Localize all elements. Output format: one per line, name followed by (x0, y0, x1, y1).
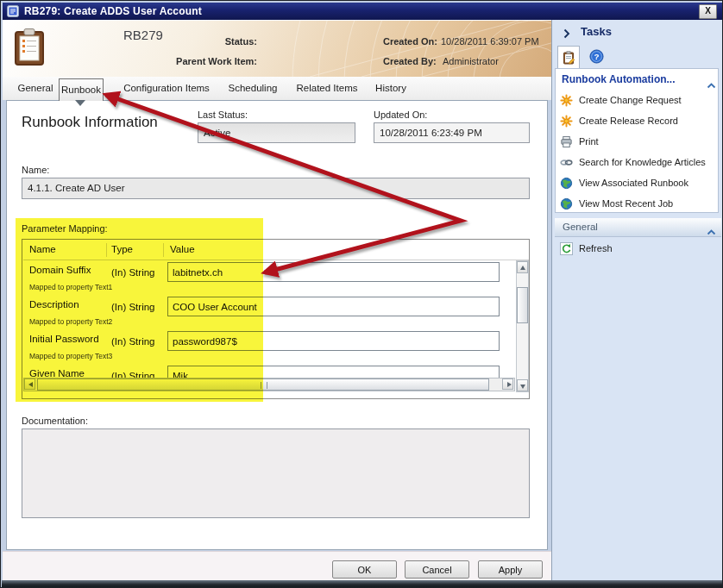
task-label: Search for Knowledge Articles (579, 157, 706, 167)
param-value-input[interactable] (167, 262, 500, 282)
section-runbook-automation[interactable]: Runbook Automation... (562, 73, 676, 85)
table-row: Initial Password Mapped to property Text… (22, 329, 515, 364)
column-separator (106, 243, 107, 257)
title-bar: RB279: Create ADDS User Account X (3, 3, 722, 20)
created-on-label: Created On: (383, 36, 437, 47)
task-label: View Associated Runbook (579, 178, 688, 188)
param-mapped-note: Mapped to property Text1 (29, 283, 112, 291)
documentation-textarea[interactable] (22, 428, 530, 518)
task-label: View Most Recent Job (579, 198, 673, 209)
starburst-icon (560, 115, 573, 128)
horizontal-scrollbar[interactable] (23, 378, 515, 391)
param-value-input[interactable] (167, 297, 500, 316)
tab-runbook[interactable]: Runbook (59, 78, 104, 101)
tab-tasks-clipboard[interactable] (557, 46, 580, 69)
form-header: RB279 Status: Parent Work Item: Created … (3, 20, 551, 78)
task-label: Create Release Record (579, 116, 678, 126)
window-bottom-frame (2, 580, 723, 588)
column-separator (163, 243, 164, 257)
header-mesh-decoration (189, 21, 551, 77)
param-mapped-note: Mapped to property Text2 (29, 317, 112, 326)
globe-icon (560, 177, 573, 190)
created-by-label: Created By: (383, 56, 437, 66)
param-name: Domain Suffix (29, 265, 91, 275)
param-type: (In) String (111, 336, 155, 347)
scroll-up-button[interactable] (517, 261, 528, 273)
scroll-right-button[interactable] (502, 378, 513, 390)
scroll-down-button[interactable] (517, 379, 528, 391)
selected-tab-notch (75, 100, 85, 106)
tasks-collapse-icon[interactable] (563, 27, 570, 42)
column-header-name: Name (29, 244, 56, 254)
param-value-input[interactable] (167, 366, 500, 378)
param-type: (In) String (111, 302, 155, 312)
parameter-rows: Domain Suffix Mapped to property Text1 (… (22, 260, 515, 378)
task-view-associated-runbook[interactable]: View Associated Runbook (560, 175, 717, 191)
task-refresh[interactable]: Refresh (560, 241, 717, 256)
task-view-most-recent-job[interactable]: View Most Recent Job (560, 196, 717, 211)
clipboard-pencil-icon (562, 51, 575, 65)
status-label: Status: (162, 36, 257, 47)
name-label: Name: (22, 165, 49, 175)
ok-button[interactable]: OK (332, 560, 397, 579)
chevron-up-icon[interactable] (707, 77, 716, 92)
window-title: RB279: Create ADDS User Account (24, 5, 202, 17)
close-button[interactable]: X (699, 4, 717, 19)
vertical-scrollbar[interactable] (516, 260, 529, 392)
column-header-type: Type (111, 244, 133, 254)
created-on-value: 10/28/2011 6:39:07 PM (441, 36, 539, 47)
created-by-value: Administrator (443, 56, 499, 66)
task-create-change-request[interactable]: Create Change Request (560, 92, 717, 108)
tab-scheduling[interactable]: Scheduling (223, 77, 283, 100)
param-name: Initial Password (29, 334, 99, 344)
last-status-field[interactable]: Active (198, 122, 355, 143)
updated-on-field[interactable]: 10/28/2011 6:23:49 PM (374, 122, 530, 143)
tasks-panel-title: Tasks (581, 25, 612, 38)
starburst-icon (560, 94, 573, 107)
section-general[interactable]: General (555, 218, 721, 237)
column-header-value: Value (170, 244, 195, 254)
refresh-icon (560, 242, 573, 255)
table-row: Given Name (In) String (22, 364, 515, 378)
help-icon[interactable]: ? (589, 49, 604, 67)
task-search-knowledge-articles[interactable]: Search for Knowledge Articles (560, 154, 717, 170)
tab-history[interactable]: History (368, 77, 413, 100)
dialog-window: RB279: Create ADDS User Account X RB279 … (0, 0, 723, 588)
task-label: Refresh (579, 243, 613, 253)
scroll-left-button[interactable] (24, 378, 35, 390)
tab-general[interactable]: General (13, 77, 58, 100)
table-row: Description Mapped to property Text2 (In… (22, 295, 515, 329)
documentation-label: Documentation: (22, 416, 88, 426)
section-general-title: General (563, 222, 598, 232)
svg-text:?: ? (594, 52, 599, 61)
tab-configuration-items[interactable]: Configuration Items (117, 77, 216, 100)
chevron-up-icon[interactable] (707, 223, 716, 239)
parent-work-item-label: Parent Work Item: (162, 56, 257, 66)
tab-strip: General Runbook Configuration Items Sche… (3, 77, 551, 100)
horizontal-scroll-thumb[interactable] (37, 378, 489, 391)
updated-on-label: Updated On: (374, 109, 427, 120)
cancel-button[interactable]: Cancel (405, 560, 469, 579)
parameter-mapping-label: Parameter Mapping: (22, 223, 108, 234)
clipboard-icon (14, 28, 45, 70)
param-value-input[interactable] (167, 331, 500, 351)
table-row: Domain Suffix Mapped to property Text1 (… (22, 260, 515, 295)
printer-icon (560, 135, 573, 148)
task-create-release-record[interactable]: Create Release Record (560, 113, 717, 128)
task-print[interactable]: Print (560, 134, 717, 149)
param-mapped-note: Mapped to property Text3 (29, 352, 112, 360)
task-label: Print (579, 136, 599, 147)
parameter-mapping-table: Name Type Value Domain Suffix Mapped to … (22, 239, 530, 399)
param-type: (In) String (111, 267, 155, 278)
window-icon (7, 5, 19, 17)
section-title: Runbook Information (22, 114, 158, 131)
vertical-scroll-thumb[interactable] (517, 287, 528, 323)
name-field[interactable]: 4.1.1. Create AD User (22, 178, 530, 199)
apply-button[interactable]: Apply (478, 560, 543, 579)
globe-icon (560, 197, 573, 210)
task-label: Create Change Request (579, 95, 682, 105)
link-icon (560, 156, 573, 169)
param-name: Description (29, 299, 79, 310)
button-bar: OK Cancel Apply (3, 551, 551, 581)
tab-related-items[interactable]: Related Items (292, 77, 362, 100)
